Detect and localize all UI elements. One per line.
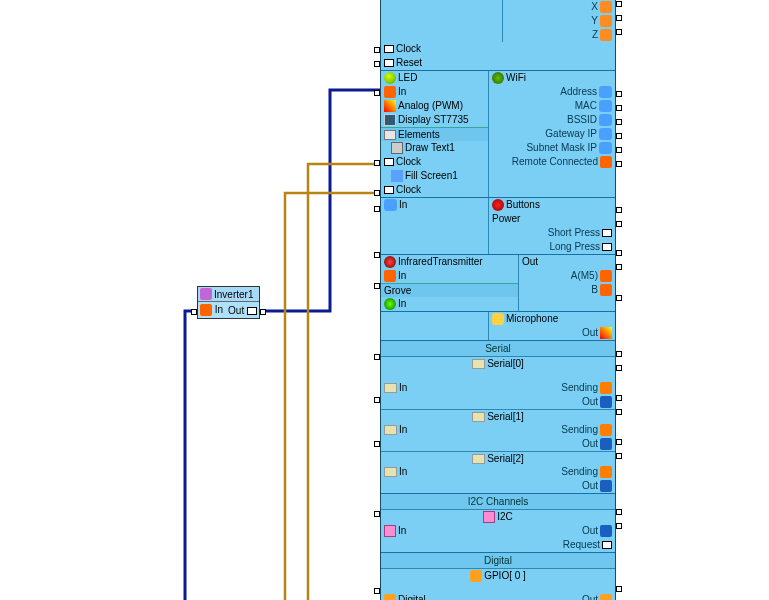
row-draw[interactable]: Draw Text1	[381, 141, 488, 155]
pin-x[interactable]	[616, 1, 622, 7]
pin-mac[interactable]	[616, 105, 622, 111]
row-in[interactable]: In	[381, 85, 488, 99]
pin-out[interactable]: Out	[228, 305, 257, 316]
pin-am5[interactable]	[616, 250, 622, 256]
serial-icon	[384, 425, 397, 435]
row-i2c-hdr[interactable]: I2C	[381, 510, 615, 524]
row-buttons[interactable]: Buttons	[489, 198, 615, 212]
row-b[interactable]: B	[519, 283, 615, 297]
pin-digital-in[interactable]	[374, 588, 380, 594]
inverter-icon	[200, 288, 212, 300]
pin-short[interactable]	[616, 207, 622, 213]
pin-i2c-in[interactable]	[374, 511, 380, 517]
row-gateway[interactable]: Gateway IP	[489, 127, 615, 141]
draw-icon	[391, 142, 403, 154]
row-ser1-in[interactable]: In Sending	[381, 423, 615, 437]
pin-b[interactable]	[616, 264, 622, 270]
row-ser0-in[interactable]: In Sending	[381, 381, 615, 395]
row-ir-in[interactable]: In	[381, 269, 518, 283]
row-power[interactable]: Power	[489, 212, 615, 226]
row-display[interactable]: Display ST7735	[381, 113, 488, 127]
pin-mic-out[interactable]	[616, 295, 622, 301]
pin-long[interactable]	[616, 221, 622, 227]
row-short[interactable]: Short Press	[489, 226, 615, 240]
row-mic-out[interactable]: Out	[489, 326, 615, 340]
axis-y-label: Y	[591, 14, 598, 28]
pin-remote[interactable]	[616, 161, 622, 167]
row-ser2-in[interactable]: In Sending	[381, 465, 615, 479]
pin-bssid[interactable]	[616, 119, 622, 125]
pin-in-connector[interactable]	[191, 309, 197, 315]
row-clock2[interactable]: Clock	[381, 183, 488, 197]
row-gpio-hdr[interactable]: GPIO[ 0 ]	[381, 569, 615, 583]
row-am5[interactable]: A(M5)	[519, 269, 615, 283]
pin-ser1-send[interactable]	[616, 395, 622, 401]
pin-i2c-req[interactable]	[616, 523, 622, 529]
pin-ser0-send[interactable]	[616, 351, 622, 357]
pin-y[interactable]	[616, 15, 622, 21]
inverter-title: Inverter1	[214, 289, 253, 300]
pin-ser0-in[interactable]	[374, 354, 380, 360]
row-reset[interactable]: Reset	[381, 56, 615, 70]
row-i2c-in[interactable]: In Out	[381, 524, 615, 538]
pin-i2c-out[interactable]	[616, 509, 622, 515]
i2c-title: I2C Channels	[381, 494, 615, 510]
pin-ser2-out[interactable]	[616, 453, 622, 459]
row-mic[interactable]: Microphone	[489, 312, 615, 326]
row-ser1-hdr[interactable]: Serial[1]	[381, 409, 615, 423]
section-i2c: I2C Channels I2C In Out Request	[381, 494, 615, 553]
row-analog[interactable]: Analog (PWM)	[381, 99, 488, 113]
pin-reset[interactable]	[374, 61, 380, 67]
row-elements[interactable]: Elements	[381, 127, 488, 141]
row-clock-top[interactable]: Clock	[381, 42, 615, 56]
row-grove-in[interactable]: In	[381, 297, 518, 311]
section-mic: Microphone Out	[381, 312, 615, 341]
row-subnet[interactable]: Subnet Mask IP	[489, 141, 615, 155]
pin-out-connector[interactable]	[260, 309, 266, 315]
row-ir[interactable]: InfraredTransmitter	[381, 255, 518, 269]
pin-ser0-out[interactable]	[616, 365, 622, 371]
pin-digital-out[interactable]	[616, 586, 622, 592]
row-ser1-out[interactable]: Out	[381, 437, 615, 451]
node-inverter[interactable]: Inverter1 In Out	[197, 286, 260, 319]
serial-icon	[472, 454, 485, 464]
row-remote[interactable]: Remote Connected	[489, 155, 615, 169]
axis-z-icon	[600, 29, 612, 41]
row-grove[interactable]: Grove	[381, 283, 518, 297]
row-long[interactable]: Long Press	[489, 240, 615, 254]
pin-z[interactable]	[616, 29, 622, 35]
row-ir-out[interactable]: Out	[519, 255, 615, 269]
row-ser2-out[interactable]: Out	[381, 479, 615, 493]
pin-ser2-in[interactable]	[374, 441, 380, 447]
row-mac[interactable]: MAC	[489, 99, 615, 113]
row-led[interactable]: LED	[381, 71, 488, 85]
pin-clock2[interactable]	[374, 190, 380, 196]
pin-ser2-send[interactable]	[616, 439, 622, 445]
section-serial: Serial Serial[0] In Sending Out Serial[1…	[381, 341, 615, 494]
row-ser0-out[interactable]: Out	[381, 395, 615, 409]
pin-in3[interactable]	[374, 206, 380, 212]
pin-clock1[interactable]	[374, 160, 380, 166]
pin-grove-in[interactable]	[374, 283, 380, 289]
row-ser2-hdr[interactable]: Serial[2]	[381, 451, 615, 465]
pin-ir-in[interactable]	[374, 252, 380, 258]
row-bssid[interactable]: BSSID	[489, 113, 615, 127]
pin-clock-top[interactable]	[374, 47, 380, 53]
pin-gateway[interactable]	[616, 133, 622, 139]
row-ser0-hdr[interactable]: Serial[0]	[381, 357, 615, 371]
row-i2c-req[interactable]: Request	[381, 538, 615, 552]
pin-in-led[interactable]	[374, 90, 380, 96]
pin-address[interactable]	[616, 91, 622, 97]
row-fill[interactable]: Fill Screen1	[381, 169, 488, 183]
pin-ser1-out[interactable]	[616, 409, 622, 415]
row-in3[interactable]: In	[381, 198, 489, 212]
pin-subnet[interactable]	[616, 147, 622, 153]
fill-icon	[391, 170, 403, 182]
row-address[interactable]: Address	[489, 85, 615, 99]
row-digital[interactable]: Digital Out	[381, 593, 615, 600]
row-wifi[interactable]: WiFi	[489, 71, 615, 85]
row-clock1[interactable]: Clock	[381, 155, 488, 169]
pin-ser1-in[interactable]	[374, 397, 380, 403]
pin-in[interactable]: In	[200, 304, 223, 316]
pin-out-icon	[600, 156, 612, 168]
